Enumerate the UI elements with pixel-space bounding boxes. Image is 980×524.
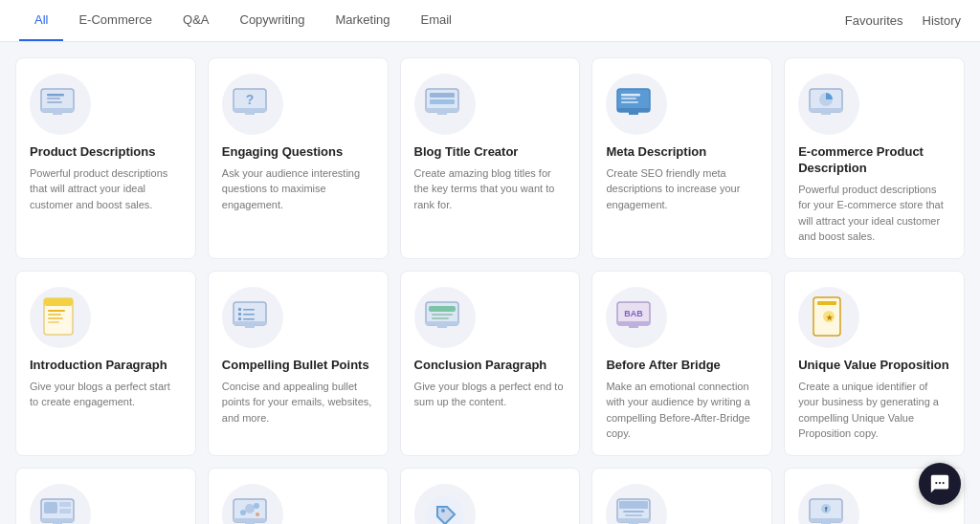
card-icon-monitor-layers [414, 74, 476, 135]
card-landing-page-hero-text[interactable]: Landing Page Hero TextImpactful Hero Tex… [591, 468, 772, 524]
nav-favourites[interactable]: Favourites [845, 13, 903, 28]
card-product-descriptions[interactable]: Product DescriptionsPowerful product des… [15, 57, 196, 259]
svg-rect-12 [437, 112, 447, 115]
svg-rect-32 [234, 321, 266, 325]
card-title: Introduction Paragraph [30, 358, 167, 374]
nav-tab-all[interactable]: All [19, 0, 63, 41]
nav-tab-copywriting[interactable]: Copywriting [225, 0, 321, 41]
nav-tabs: AllE-CommerceQ&ACopywritingMarketingEmai… [19, 0, 467, 41]
svg-rect-74 [625, 514, 642, 516]
svg-rect-36 [238, 313, 241, 316]
svg-rect-42 [437, 325, 447, 328]
card-icon-monitor-doc [30, 74, 91, 135]
svg-rect-20 [621, 101, 638, 103]
svg-rect-48 [629, 325, 638, 328]
nav-tab-q-a[interactable]: Q&A [167, 0, 224, 41]
svg-point-82 [943, 482, 945, 484]
svg-rect-17 [629, 112, 638, 115]
svg-rect-18 [621, 94, 640, 97]
svg-rect-11 [426, 108, 458, 112]
svg-rect-35 [243, 309, 255, 311]
card-before-after-bridge[interactable]: BAB Before After BridgeMake an emotional… [591, 271, 772, 456]
card-blog-ideas[interactable]: Blog IdeasGenerate impactful blog ideas … [15, 468, 196, 524]
svg-rect-27 [48, 310, 65, 312]
card-title: Product Descriptions [30, 144, 155, 161]
svg-rect-51 [817, 301, 836, 305]
svg-rect-55 [41, 518, 74, 522]
svg-rect-57 [44, 502, 57, 513]
card-row-2: Blog IdeasGenerate impactful blog ideas … [15, 468, 965, 524]
svg-rect-3 [47, 94, 64, 97]
card-google-ads-copy[interactable]: Google Ads CopyHigh converting Google Ad… [400, 468, 581, 524]
main-content: Product DescriptionsPowerful product des… [0, 42, 980, 524]
svg-rect-19 [621, 98, 636, 99]
card-engaging-questions[interactable]: ? Engaging QuestionsAsk your audience in… [208, 57, 389, 259]
chat-button[interactable] [919, 463, 961, 505]
svg-rect-73 [623, 511, 644, 513]
svg-point-63 [245, 504, 255, 513]
svg-rect-16 [617, 108, 650, 112]
card-e-commerce-product-description[interactable]: E-commerce Product DescriptionPowerful p… [784, 57, 965, 259]
svg-rect-41 [426, 321, 458, 325]
nav-right: FavouritesHistory [845, 13, 961, 28]
svg-rect-61 [234, 518, 266, 522]
nav-tab-marketing[interactable]: Marketing [320, 0, 405, 41]
card-blog-title-creator[interactable]: Blog Title CreatorCreate amazing blog ti… [400, 57, 581, 259]
card-title: Before After Bridge [606, 358, 720, 374]
svg-text:?: ? [246, 92, 255, 107]
card-compelling-bullet-points[interactable]: Compelling Bullet PointsConcise and appe… [208, 271, 389, 456]
card-title: Unique Value Proposition [798, 358, 948, 374]
card-conclusion-paragraph[interactable]: Conclusion ParagraphGive your blogs a pe… [400, 271, 581, 456]
top-nav: AllE-CommerceQ&ACopywritingMarketingEmai… [0, 0, 980, 42]
svg-rect-2 [53, 112, 62, 115]
card-icon-tag-icon [414, 484, 476, 524]
card-icon-monitor-blue [606, 74, 667, 135]
card-icon-monitor-image [30, 484, 91, 524]
card-row-1: Introduction ParagraphGive your blogs a … [15, 271, 965, 456]
svg-rect-1 [41, 108, 74, 112]
card-title: Conclusion Paragraph [414, 358, 547, 374]
card-desc: Ask your audience interesting questions … [222, 165, 374, 213]
card-social-media-posts[interactable]: Social Media PostsUnique and innovative … [208, 468, 389, 524]
card-title: Compelling Bullet Points [222, 358, 369, 374]
card-desc: Concise and appealing bullet points for … [222, 379, 374, 426]
svg-point-81 [939, 482, 941, 484]
svg-rect-23 [821, 112, 831, 115]
svg-rect-8 [245, 112, 255, 115]
svg-rect-33 [245, 325, 255, 328]
card-title: Blog Title Creator [414, 144, 519, 161]
card-title: Meta Description [606, 144, 706, 161]
card-icon-monitor-pie [798, 74, 859, 135]
card-icon-doc-gold: ★ [798, 287, 859, 348]
svg-text:f: f [825, 505, 828, 513]
svg-rect-4 [47, 98, 60, 99]
svg-rect-70 [617, 518, 650, 522]
svg-rect-34 [238, 308, 241, 311]
svg-rect-26 [44, 298, 73, 306]
card-icon-monitor-landing [606, 484, 667, 524]
nav-tab-email[interactable]: Email [406, 0, 468, 41]
svg-rect-72 [619, 501, 648, 509]
card-desc: Give your blogs a perfect end to sum up … [414, 379, 567, 410]
svg-rect-29 [48, 317, 63, 319]
card-unique-value-proposition[interactable]: ★ Unique Value PropositionCreate a uniqu… [784, 271, 965, 456]
card-row-0: Product DescriptionsPowerful product des… [15, 57, 965, 259]
nav-history[interactable]: History [923, 13, 961, 28]
svg-rect-58 [59, 502, 71, 507]
card-desc: Give your blogs a perfect start to creat… [30, 379, 182, 410]
svg-text:★: ★ [826, 314, 834, 322]
svg-rect-30 [48, 321, 59, 323]
svg-rect-43 [429, 306, 456, 312]
svg-rect-22 [810, 108, 842, 112]
svg-rect-38 [238, 317, 241, 320]
card-icon-monitor-question: ? [222, 74, 283, 135]
svg-point-66 [256, 513, 259, 516]
card-desc: Powerful product descriptions for your E… [798, 182, 950, 245]
svg-point-64 [240, 510, 246, 515]
card-introduction-paragraph[interactable]: Introduction ParagraphGive your blogs a … [15, 271, 196, 456]
svg-rect-47 [617, 321, 650, 325]
card-meta-description[interactable]: Meta DescriptionCreate SEO friendly meta… [591, 57, 772, 259]
card-icon-monitor-social [222, 484, 283, 524]
nav-tab-e-commerce[interactable]: E-Commerce [63, 0, 167, 41]
card-icon-monitor-fb: f [798, 484, 859, 524]
